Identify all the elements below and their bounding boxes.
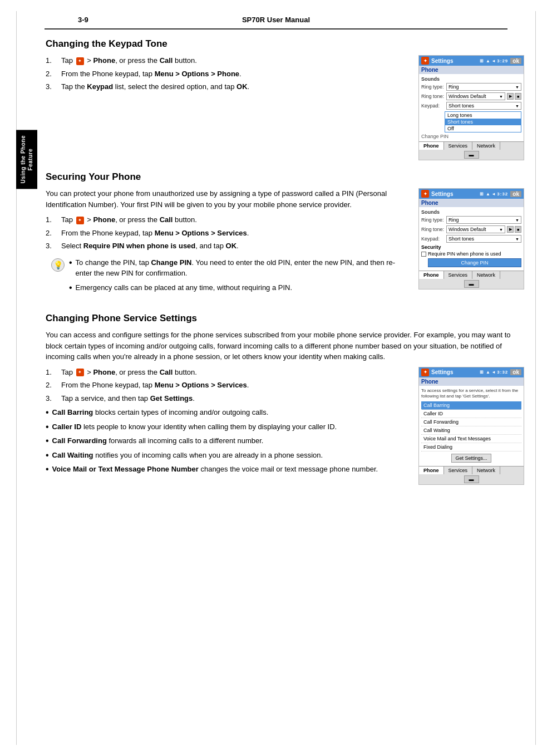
ss3-tab-phone[interactable]: Phone <box>419 467 444 474</box>
ss1-title: Settings <box>431 58 477 64</box>
ss1-status: ⊞ ▲ ◂ 3:29 <box>480 58 509 63</box>
step-2-2: 2. From the Phone keypad, tap Menu > Opt… <box>46 228 410 239</box>
main-content: Changing the Keypad Tone 1. Tap ✦ > Phon… <box>37 30 535 756</box>
ss2-status: ⊞ ▲ ◂ 3:32 <box>480 192 509 197</box>
page-header: 3-9 SP70R User Manual <box>45 11 507 30</box>
ss1-option-longtones[interactable]: Long tones <box>445 112 521 119</box>
section3-intro: You can access and configure settings fo… <box>46 330 524 362</box>
section1-steps: 1. Tap ✦ > Phone, or press the Call butt… <box>46 55 410 160</box>
step-1-1: 1. Tap ✦ > Phone, or press the Call butt… <box>46 55 410 66</box>
section1-screenshot: ✦ Settings ⊞ ▲ ◂ 3:29 ok Phone Sounds R <box>418 55 524 160</box>
ss2-require-pin-row: Require PIN when phone is used <box>421 251 521 257</box>
bullet-call-forwarding: • Call Forwarding forwards all incoming … <box>46 435 410 446</box>
ss2-require-pin-checkbox[interactable] <box>421 252 426 257</box>
ss2-menu-btn[interactable]: ▬ <box>464 280 479 288</box>
section2-left: You can protect your phone from unauthor… <box>46 188 410 302</box>
section3-bullets: • Call Barring blocks certain types of i… <box>46 407 410 475</box>
section-keypad-tone: Changing the Keypad Tone 1. Tap ✦ > Phon… <box>46 38 524 160</box>
ss1-ringtype-dropdown[interactable]: Ring ▼ <box>446 83 521 91</box>
section2-intro: You can protect your phone from unauthor… <box>46 188 410 210</box>
ss3-info: To access settings for a service, select… <box>421 388 521 400</box>
ss1-ringtone-dropdown[interactable]: Windows Default ▼ <box>446 92 505 100</box>
ss2-titlebar: ✦ Settings ⊞ ▲ ◂ 3:32 ok <box>419 189 524 199</box>
ss3-service-callforwarding[interactable]: Call Forwarding <box>421 418 521 426</box>
ss1-menu-btn[interactable]: ▬ <box>464 151 479 159</box>
ss1-ringtone-label: Ring tone: <box>421 94 445 99</box>
ss3-service-callwaiting[interactable]: Call Waiting <box>421 426 521 435</box>
note-bullet-1: • To change the PIN, tap Change PIN. You… <box>69 257 410 279</box>
ss1-tabs: Phone Services Network <box>419 141 524 150</box>
ss1-stop-btn[interactable]: ■ <box>515 93 521 100</box>
ss3-titlebar: ✦ Settings ⊞ ▲ ◂ 3:32 ok <box>419 367 524 377</box>
ss3-service-voicemail[interactable]: Voice Mail and Text Messages <box>421 435 521 443</box>
ss1-tab-network[interactable]: Network <box>472 142 500 150</box>
ss1-keypad-row: Keypad: Short tones ▼ <box>421 102 521 110</box>
sidebar-label: Using the PhoneFeature <box>16 130 37 189</box>
ss2-ringtone-dropdown[interactable]: Windows Default ▼ <box>446 225 505 233</box>
ss3-service-fixeddialing[interactable]: Fixed Dialing <box>421 443 521 451</box>
bullet-caller-id: • Caller ID lets people to know your ide… <box>46 421 410 433</box>
left-margin <box>0 11 17 745</box>
ss2-ringtype-dropdown[interactable]: Ring ▼ <box>446 216 521 224</box>
ss1-ringtype-label: Ring type: <box>421 84 445 90</box>
ss2-security-label: Security <box>421 244 521 250</box>
section3-screenshot: ✦ Settings ⊞ ▲ ◂ 3:32 ok Phone To access… <box>418 367 524 485</box>
screenshot-3: ✦ Settings ⊞ ▲ ◂ 3:32 ok Phone To access… <box>418 367 524 485</box>
section2-title: Securing Your Phone <box>46 171 524 183</box>
right-margin <box>535 11 552 745</box>
note-bullets: • To change the PIN, tap Change PIN. You… <box>69 257 410 297</box>
ss2-require-pin-text: Require PIN when phone is used <box>428 251 501 257</box>
section1-title: Changing the Keypad Tone <box>46 38 524 50</box>
ss1-keypad-dropdown[interactable]: Short tones ▼ <box>446 102 521 110</box>
bullet-call-barring: • Call Barring blocks certain types of i… <box>46 407 410 418</box>
step-1-2: 2. From the Phone keypad, tap Menu > Opt… <box>46 68 410 80</box>
screenshot-2: ✦ Settings ⊞ ▲ ◂ 3:32 ok Phone Sounds R <box>418 188 524 289</box>
ss2-keypad-row: Keypad: Short tones ▼ <box>421 235 521 243</box>
step-1-3: 3. Tap the Keypad list, select the desir… <box>46 81 410 92</box>
ss2-change-pin-btn[interactable]: Change PIN <box>428 258 521 267</box>
ss2-keypad-dropdown[interactable]: Short tones ▼ <box>446 235 521 243</box>
ss3-tabs: Phone Services Network <box>419 466 524 474</box>
ss1-option-off[interactable]: Off <box>445 125 521 132</box>
ss1-tab-phone[interactable]: Phone <box>419 142 444 150</box>
step-2-1: 1. Tap ✦ > Phone, or press the Call butt… <box>46 214 410 225</box>
note-bullet-2: • Emergency calls can be placed at any t… <box>69 282 410 293</box>
ss3-menu-btn[interactable]: ▬ <box>464 475 479 483</box>
ss2-stop-btn[interactable]: ■ <box>515 226 521 233</box>
ss2-tab-services[interactable]: Services <box>444 271 473 279</box>
ss1-icon: ✦ <box>421 57 429 65</box>
ss3-subtitle: Phone <box>419 377 524 386</box>
ss2-icon: ✦ <box>421 190 429 198</box>
ss3-footer: ▬ <box>419 474 524 484</box>
ss1-body: Sounds Ring type: Ring ▼ <box>419 74 524 141</box>
ss2-play-btn[interactable]: ▶ <box>507 226 514 233</box>
ss2-subtitle: Phone <box>419 199 524 207</box>
ss2-tab-phone[interactable]: Phone <box>419 271 444 279</box>
manual-title: SP70R User Manual <box>242 16 310 24</box>
ss1-change-pin-hint: Change PIN <box>421 134 521 139</box>
ss2-ok: ok <box>510 191 521 197</box>
ss3-tab-services[interactable]: Services <box>444 467 473 474</box>
ss2-tab-network[interactable]: Network <box>472 271 500 279</box>
ss1-keypad-label: Keypad: <box>421 103 445 109</box>
ss3-body: To access settings for a service, select… <box>419 386 524 467</box>
ss3-title: Settings <box>431 369 477 375</box>
ss1-play-btn[interactable]: ▶ <box>507 93 514 100</box>
ss2-title: Settings <box>431 191 477 197</box>
sidebar: Using the PhoneFeature <box>17 30 37 756</box>
ss1-ok: ok <box>510 58 521 64</box>
ss1-tab-services[interactable]: Services <box>444 142 473 150</box>
note-box: 💡 • To change the PIN, tap Change PIN. Y… <box>46 257 410 297</box>
ss3-service-callerid[interactable]: Caller ID <box>421 410 521 418</box>
ss3-icon: ✦ <box>421 369 429 376</box>
bullet-voicemail: • Voice Mail or Text Message Phone Numbe… <box>46 464 410 475</box>
ss1-option-shorttones[interactable]: Short tones <box>445 119 521 125</box>
ss3-ok: ok <box>510 369 521 375</box>
ss1-ringtone-row: Ring tone: Windows Default ▼ ▶ ■ <box>421 92 521 100</box>
ss3-get-settings-btn[interactable]: Get Settings... <box>451 454 491 463</box>
ss2-body: Sounds Ring type: Ring ▼ <box>419 207 524 271</box>
ss3-tab-network[interactable]: Network <box>472 467 500 474</box>
ss1-dropdown-list: Long tones Short tones Off <box>445 111 521 132</box>
ss3-service-callbarring[interactable]: Call Barring <box>421 401 521 410</box>
bullet-call-waiting: • Call Waiting notifies you of incoming … <box>46 450 410 461</box>
